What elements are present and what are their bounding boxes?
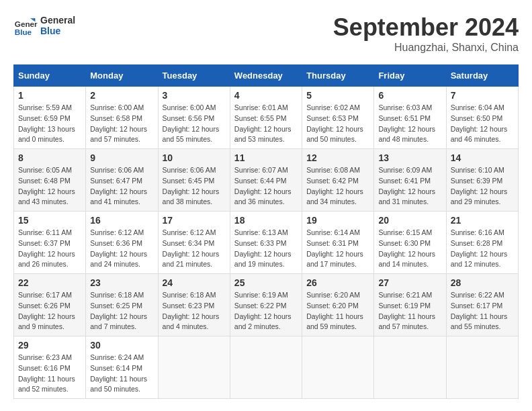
calendar-cell [158,336,230,399]
calendar-cell [446,336,518,399]
day-info: Sunrise: 6:06 AM Sunset: 6:45 PM Dayligh… [163,165,226,208]
calendar-cell: 17Sunrise: 6:12 AM Sunset: 6:34 PM Dayli… [158,212,230,274]
day-info: Sunrise: 6:18 AM Sunset: 6:25 PM Dayligh… [90,290,153,332]
day-info: Sunrise: 6:16 AM Sunset: 6:28 PM Dayligh… [451,228,514,270]
logo-general: General [40,15,75,26]
day-info: Sunrise: 6:11 AM Sunset: 6:37 PM Dayligh… [18,228,81,270]
day-info: Sunrise: 6:02 AM Sunset: 6:53 PM Dayligh… [306,103,369,145]
day-info: Sunrise: 6:24 AM Sunset: 6:14 PM Dayligh… [90,353,153,395]
calendar-cell: 23Sunrise: 6:18 AM Sunset: 6:25 PM Dayli… [86,274,158,336]
calendar-cell: 26Sunrise: 6:20 AM Sunset: 6:20 PM Dayli… [302,274,374,336]
calendar-cell: 12Sunrise: 6:08 AM Sunset: 6:42 PM Dayli… [302,149,374,212]
day-info: Sunrise: 6:14 AM Sunset: 6:31 PM Dayligh… [306,228,369,270]
day-number: 12 [306,152,369,163]
day-info: Sunrise: 6:07 AM Sunset: 6:44 PM Dayligh… [234,165,298,208]
day-number: 10 [163,152,226,163]
week-row-5: 29Sunrise: 6:23 AM Sunset: 6:16 PM Dayli… [14,336,519,399]
logo-blue: Blue [40,26,75,36]
calendar-cell: 27Sunrise: 6:21 AM Sunset: 6:19 PM Dayli… [374,274,446,336]
day-info: Sunrise: 6:23 AM Sunset: 6:16 PM Dayligh… [18,353,81,395]
calendar-cell: 11Sunrise: 6:07 AM Sunset: 6:44 PM Dayli… [230,149,302,212]
location-subtitle: Huangzhai, Shanxi, China [333,42,519,54]
day-info: Sunrise: 6:06 AM Sunset: 6:47 PM Dayligh… [90,165,153,208]
day-number: 25 [234,277,298,288]
calendar-cell: 8Sunrise: 6:05 AM Sunset: 6:48 PM Daylig… [14,149,86,212]
logo: General Blue General Blue [13,13,75,38]
day-info: Sunrise: 6:10 AM Sunset: 6:39 PM Dayligh… [451,165,514,208]
calendar-cell: 9Sunrise: 6:06 AM Sunset: 6:47 PM Daylig… [86,149,158,212]
calendar-cell: 22Sunrise: 6:17 AM Sunset: 6:26 PM Dayli… [14,274,86,336]
calendar-cell: 30Sunrise: 6:24 AM Sunset: 6:14 PM Dayli… [86,336,158,399]
calendar-cell [302,336,374,399]
page-header: General Blue General Blue September 2024… [13,13,519,54]
day-number: 9 [90,152,153,163]
day-number: 6 [378,90,441,101]
day-number: 3 [163,90,226,101]
day-number: 17 [163,215,226,226]
day-info: Sunrise: 6:13 AM Sunset: 6:33 PM Dayligh… [234,228,298,270]
day-info: Sunrise: 6:01 AM Sunset: 6:55 PM Dayligh… [234,103,298,145]
day-number: 20 [378,215,441,226]
weekday-header-thursday: Thursday [302,65,374,87]
day-number: 24 [163,277,226,288]
day-number: 16 [90,215,153,226]
weekday-header-monday: Monday [86,65,158,87]
day-number: 5 [306,90,369,101]
day-number: 18 [234,215,298,226]
day-number: 15 [18,215,81,226]
calendar-cell: 4Sunrise: 6:01 AM Sunset: 6:55 PM Daylig… [230,87,302,149]
day-info: Sunrise: 6:22 AM Sunset: 6:17 PM Dayligh… [451,290,514,332]
calendar-cell: 24Sunrise: 6:18 AM Sunset: 6:23 PM Dayli… [158,274,230,336]
day-info: Sunrise: 6:15 AM Sunset: 6:30 PM Dayligh… [378,228,441,270]
calendar-cell [374,336,446,399]
day-info: Sunrise: 6:20 AM Sunset: 6:20 PM Dayligh… [306,290,369,332]
week-row-1: 1Sunrise: 5:59 AM Sunset: 6:59 PM Daylig… [14,87,519,149]
calendar-cell: 20Sunrise: 6:15 AM Sunset: 6:30 PM Dayli… [374,212,446,274]
calendar-cell: 14Sunrise: 6:10 AM Sunset: 6:39 PM Dayli… [446,149,518,212]
calendar-table: SundayMondayTuesdayWednesdayThursdayFrid… [13,64,519,399]
day-info: Sunrise: 6:00 AM Sunset: 6:58 PM Dayligh… [90,103,153,145]
day-number: 2 [90,90,153,101]
day-number: 4 [234,90,298,101]
day-number: 23 [90,277,153,288]
day-info: Sunrise: 6:04 AM Sunset: 6:50 PM Dayligh… [451,103,514,145]
week-row-4: 22Sunrise: 6:17 AM Sunset: 6:26 PM Dayli… [14,274,519,336]
day-number: 28 [451,277,514,288]
day-info: Sunrise: 6:08 AM Sunset: 6:42 PM Dayligh… [306,165,369,208]
day-number: 14 [451,152,514,163]
day-number: 13 [378,152,441,163]
day-number: 30 [90,340,153,351]
day-info: Sunrise: 6:03 AM Sunset: 6:51 PM Dayligh… [378,103,441,145]
calendar-cell: 13Sunrise: 6:09 AM Sunset: 6:41 PM Dayli… [374,149,446,212]
svg-text:Blue: Blue [15,28,32,36]
week-row-2: 8Sunrise: 6:05 AM Sunset: 6:48 PM Daylig… [14,149,519,212]
day-info: Sunrise: 6:18 AM Sunset: 6:23 PM Dayligh… [163,290,226,332]
calendar-cell: 28Sunrise: 6:22 AM Sunset: 6:17 PM Dayli… [446,274,518,336]
calendar-cell: 6Sunrise: 6:03 AM Sunset: 6:51 PM Daylig… [374,87,446,149]
day-number: 29 [18,340,81,351]
logo-icon: General Blue [13,13,38,38]
weekday-header-tuesday: Tuesday [158,65,230,87]
day-info: Sunrise: 6:00 AM Sunset: 6:56 PM Dayligh… [163,103,226,145]
day-number: 27 [378,277,441,288]
day-number: 11 [234,152,298,163]
weekday-header-wednesday: Wednesday [230,65,302,87]
day-info: Sunrise: 6:09 AM Sunset: 6:41 PM Dayligh… [378,165,441,208]
calendar-cell: 15Sunrise: 6:11 AM Sunset: 6:37 PM Dayli… [14,212,86,274]
day-number: 22 [18,277,81,288]
calendar-cell: 3Sunrise: 6:00 AM Sunset: 6:56 PM Daylig… [158,87,230,149]
calendar-cell: 29Sunrise: 6:23 AM Sunset: 6:16 PM Dayli… [14,336,86,399]
day-info: Sunrise: 6:17 AM Sunset: 6:26 PM Dayligh… [18,290,81,332]
day-info: Sunrise: 6:12 AM Sunset: 6:34 PM Dayligh… [163,228,226,270]
day-info: Sunrise: 6:05 AM Sunset: 6:48 PM Dayligh… [18,165,81,208]
weekday-header-row: SundayMondayTuesdayWednesdayThursdayFrid… [14,65,519,87]
weekday-header-friday: Friday [374,65,446,87]
day-number: 26 [306,277,369,288]
calendar-cell: 16Sunrise: 6:12 AM Sunset: 6:36 PM Dayli… [86,212,158,274]
calendar-cell: 25Sunrise: 6:19 AM Sunset: 6:22 PM Dayli… [230,274,302,336]
day-number: 19 [306,215,369,226]
day-info: Sunrise: 6:19 AM Sunset: 6:22 PM Dayligh… [234,290,298,332]
title-block: September 2024 Huangzhai, Shanxi, China [333,13,519,54]
week-row-3: 15Sunrise: 6:11 AM Sunset: 6:37 PM Dayli… [14,212,519,274]
day-number: 21 [451,215,514,226]
